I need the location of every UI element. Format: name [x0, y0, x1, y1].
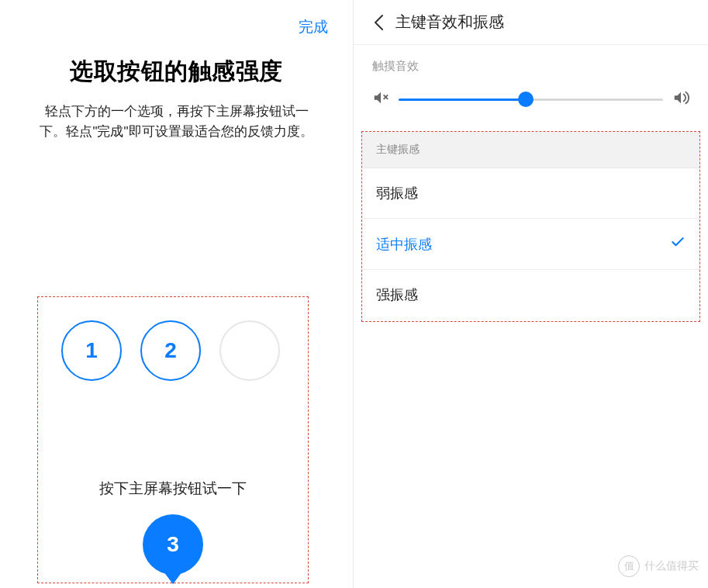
check-icon — [670, 234, 686, 254]
haptic-setup-screen: 完成 选取按钮的触感强度 轻点下方的一个选项，再按下主屏幕按钮试一下。轻点"完成… — [0, 0, 354, 588]
option-label: 适中振感 — [376, 235, 432, 254]
back-icon[interactable] — [368, 12, 389, 33]
watermark-text: 什么值得买 — [644, 559, 699, 573]
vibration-option-medium[interactable]: 适中振感 — [362, 219, 699, 270]
page-title: 选取按钮的触感强度 — [0, 56, 353, 88]
option-label: 强振感 — [376, 285, 418, 304]
vibration-option-weak[interactable]: 弱振感 — [362, 168, 699, 219]
volume-slider-row — [354, 85, 708, 128]
haptic-option-empty[interactable] — [219, 320, 280, 381]
slider-fill — [399, 99, 526, 101]
haptic-options-row: 1 2 — [38, 297, 308, 381]
page-description: 轻点下方的一个选项，再按下主屏幕按钮试一下。轻点"完成"即可设置最适合您的反馈力… — [0, 102, 353, 143]
volume-max-icon — [672, 89, 689, 109]
done-button[interactable]: 完成 — [299, 17, 328, 37]
volume-slider[interactable] — [399, 99, 663, 101]
highlight-box: 1 2 按下主屏幕按钮试一下 3 — [37, 296, 309, 583]
haptic-option-2[interactable]: 2 — [140, 320, 201, 381]
volume-mute-icon — [372, 89, 389, 109]
touch-sound-label: 触摸音效 — [354, 45, 708, 85]
watermark-badge-icon: 值 — [618, 555, 640, 577]
haptic-option-3-selected[interactable]: 3 — [143, 514, 203, 575]
watermark: 值 什么值得买 — [618, 555, 699, 577]
slider-thumb[interactable] — [518, 92, 534, 107]
header-bar: 主键音效和振感 — [354, 0, 708, 45]
vibration-option-strong[interactable]: 强振感 — [362, 270, 699, 320]
vibration-section-header: 主键振感 — [362, 132, 699, 168]
header-title: 主键音效和振感 — [395, 12, 504, 33]
press-hint-text: 按下主屏幕按钮试一下 — [38, 479, 308, 499]
option-label: 弱振感 — [376, 184, 418, 202]
haptic-option-1[interactable]: 1 — [61, 320, 122, 381]
vibration-highlight-box: 主键振感 弱振感 适中振感 强振感 — [361, 131, 700, 322]
home-key-settings-screen: 主键音效和振感 触摸音效 主键振感 弱振感 适中振感 — [354, 0, 708, 588]
